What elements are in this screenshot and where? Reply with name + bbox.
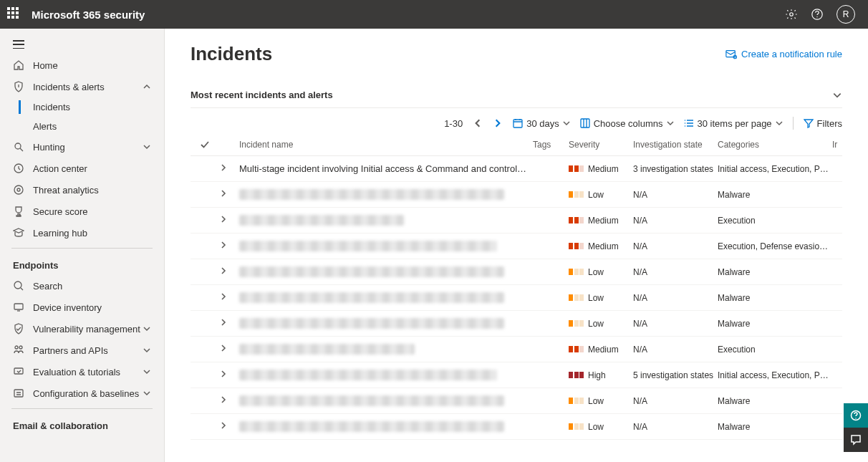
- nav-configuration[interactable]: Configuration & baselines: [0, 382, 164, 404]
- chevron-right-icon[interactable]: [219, 395, 228, 404]
- table-row[interactable]: LowN/AMalware: [191, 311, 842, 337]
- divider: [11, 248, 153, 249]
- table-row[interactable]: LowN/AMalware: [191, 414, 842, 440]
- nav-search[interactable]: Search: [0, 275, 164, 297]
- main-content: Incidents Create a notification rule Mos…: [165, 29, 868, 462]
- items-per-page-picker[interactable]: 30 items per page: [684, 118, 783, 129]
- calendar-icon: [513, 118, 523, 128]
- hunting-icon: [13, 141, 24, 153]
- nav-secure-score[interactable]: Secure score: [0, 201, 164, 222]
- nav-device-inventory[interactable]: Device inventory: [0, 297, 164, 318]
- categories: Initial access, Execution, Persis...: [718, 370, 832, 380]
- nav-hunting[interactable]: Hunting: [0, 136, 164, 158]
- severity-label: Low: [588, 396, 604, 406]
- table-row[interactable]: MediumN/AExecution: [191, 208, 842, 234]
- col-incident-name[interactable]: Incident name: [239, 140, 533, 150]
- chevron-right-icon[interactable]: [219, 163, 228, 172]
- choose-columns-button[interactable]: Choose columns: [580, 118, 674, 129]
- col-tags[interactable]: Tags: [533, 140, 569, 150]
- float-help-button[interactable]: [844, 403, 868, 428]
- nav-threat-analytics[interactable]: Threat analytics: [0, 179, 164, 201]
- table-toolbar: 1-30 30 days Choose columns 30 items per…: [191, 112, 842, 134]
- accordion-recent[interactable]: Most recent incidents and alerts: [191, 82, 842, 108]
- svg-point-2: [816, 16, 817, 17]
- nav-label: Secure score: [33, 206, 88, 217]
- app-launcher-icon[interactable]: [7, 7, 21, 21]
- chevron-right-icon[interactable]: [219, 370, 228, 378]
- severity-indicator: Low: [569, 293, 633, 303]
- table-row[interactable]: Multi-stage incident involving Initial a…: [191, 156, 842, 182]
- create-notification-rule-button[interactable]: Create a notification rule: [725, 49, 842, 59]
- app-title: Microsoft 365 security: [32, 9, 785, 21]
- svg-point-9: [15, 346, 18, 349]
- severity-indicator: Low: [569, 267, 633, 277]
- home-icon: [13, 59, 24, 71]
- columns-label: Choose columns: [594, 118, 663, 129]
- chevron-down-icon: [143, 346, 151, 355]
- pager-prev-icon[interactable]: [473, 118, 483, 128]
- nav-partners[interactable]: Partners and APIs: [0, 340, 164, 361]
- table-row[interactable]: LowN/AMalware: [191, 182, 842, 208]
- nav-label: Evaluation & tutorials: [33, 367, 120, 377]
- categories: Malware: [718, 267, 832, 277]
- col-categories[interactable]: Categories: [718, 140, 832, 150]
- table-row[interactable]: LowN/AMalware: [191, 259, 842, 285]
- chevron-right-icon[interactable]: [219, 241, 228, 249]
- table-row[interactable]: High5 investigation statesInitial access…: [191, 362, 842, 388]
- table-row[interactable]: MediumN/AExecution: [191, 337, 842, 362]
- filters-button[interactable]: Filters: [804, 118, 842, 129]
- categories: Malware: [718, 319, 832, 329]
- table-row[interactable]: LowN/AMalware: [191, 285, 842, 311]
- date-range-picker[interactable]: 30 days: [513, 118, 570, 129]
- chevron-right-icon[interactable]: [219, 189, 228, 198]
- table-row[interactable]: LowN/AMalware: [191, 388, 842, 414]
- chevron-right-icon[interactable]: [219, 292, 228, 301]
- severity-label: High: [588, 370, 606, 380]
- redacted-text: [239, 215, 404, 226]
- chevron-right-icon[interactable]: [219, 215, 228, 223]
- severity-label: Low: [588, 293, 604, 303]
- investigation-state: N/A: [633, 396, 718, 406]
- items-label: 30 items per page: [698, 118, 772, 129]
- investigation-state: N/A: [633, 422, 718, 432]
- nav-vulnerability[interactable]: Vulnerability management: [0, 318, 164, 340]
- chevron-right-icon[interactable]: [219, 344, 228, 352]
- col-truncated[interactable]: Ir: [832, 140, 842, 150]
- help-icon: [850, 410, 862, 421]
- chevron-right-icon[interactable]: [219, 421, 228, 430]
- user-avatar[interactable]: R: [836, 5, 855, 24]
- nav-sub-label: Incidents: [33, 102, 70, 112]
- nav-learning-hub[interactable]: Learning hub: [0, 222, 164, 244]
- nav-incidents[interactable]: Incidents: [0, 97, 164, 117]
- col-select[interactable]: [191, 140, 219, 150]
- chevron-right-icon[interactable]: [219, 266, 228, 275]
- sidebar-toggle[interactable]: [0, 34, 164, 54]
- col-investigation[interactable]: Investigation state: [633, 140, 718, 150]
- table-row[interactable]: MediumN/AExecution, Defense evasion, D..…: [191, 234, 842, 259]
- nav-alerts[interactable]: Alerts: [0, 117, 164, 136]
- svg-point-6: [17, 188, 20, 191]
- nav-home[interactable]: Home: [0, 54, 164, 76]
- nav-incidents-alerts[interactable]: Incidents & alerts: [0, 76, 164, 97]
- chevron-down-icon: [563, 120, 570, 127]
- col-severity[interactable]: Severity: [569, 140, 633, 150]
- chevron-down-icon: [143, 367, 151, 376]
- nav-label: Action center: [33, 163, 87, 174]
- settings-icon[interactable]: [785, 8, 798, 21]
- help-icon[interactable]: [811, 8, 824, 21]
- nav-evaluation[interactable]: Evaluation & tutorials: [0, 361, 164, 382]
- sidebar: Home Incidents & alerts Incidents Alerts…: [0, 29, 165, 462]
- chevron-right-icon[interactable]: [219, 318, 228, 327]
- trophy-icon: [13, 206, 24, 217]
- float-feedback-button[interactable]: [844, 428, 868, 452]
- nav-label: Incidents & alerts: [33, 82, 105, 92]
- nav-action-center[interactable]: Action center: [0, 158, 164, 179]
- categories: Malware: [718, 422, 832, 432]
- pager-range: 1-30: [444, 118, 463, 129]
- svg-point-0: [790, 13, 794, 16]
- severity-indicator: Medium: [569, 241, 633, 251]
- topbar-actions: R: [785, 5, 855, 24]
- investigation-state: N/A: [633, 216, 718, 226]
- pager-next-icon[interactable]: [493, 118, 503, 128]
- redacted-text: [239, 189, 504, 200]
